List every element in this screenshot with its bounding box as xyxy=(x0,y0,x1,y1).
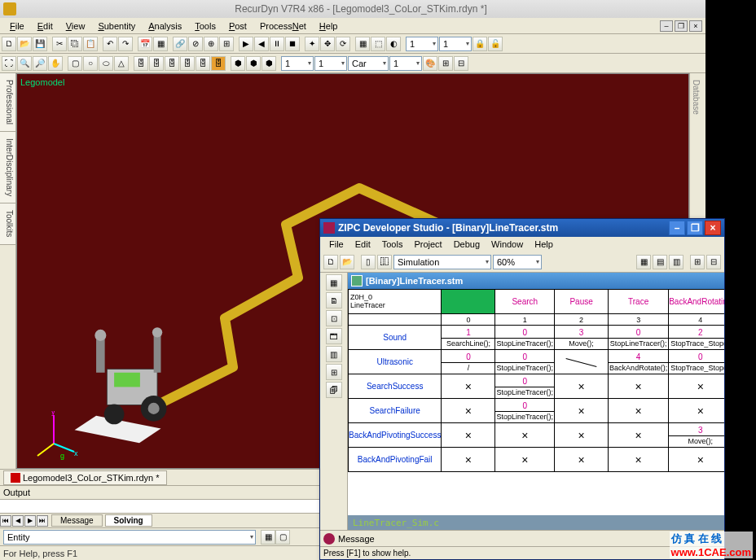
stm-row-header[interactable]: BackAndPivotingFail xyxy=(349,448,442,472)
stm-cell[interactable]: × xyxy=(442,448,495,472)
entity-combo[interactable]: Entity xyxy=(3,530,256,545)
zipc-zoom-combo[interactable]: 60% xyxy=(493,255,542,269)
stm-cell[interactable]: × xyxy=(442,399,495,423)
zoom-fit-icon[interactable]: ⛶ xyxy=(2,56,16,71)
zipc-menu-help[interactable]: Help xyxy=(529,238,559,250)
stm-sub-title-bar[interactable]: [Binary]LineTracer.stm xyxy=(348,273,724,289)
link-icon[interactable]: 🔗 xyxy=(173,37,187,51)
output-tab-solving[interactable]: Solving xyxy=(105,514,152,527)
play-icon[interactable]: ▶ xyxy=(239,37,253,51)
playrev-icon[interactable]: ◀ xyxy=(254,37,269,51)
entity-btn2-icon[interactable]: ▢ xyxy=(275,530,290,545)
stm-cell[interactable]: × xyxy=(609,374,669,399)
zipc-message-tab[interactable]: Message xyxy=(338,534,375,544)
side-tab-database[interactable]: Database xyxy=(690,73,702,121)
stm-cell[interactable]: × xyxy=(555,423,609,448)
shade-icon[interactable]: ◐ xyxy=(386,37,401,51)
new-icon[interactable]: 🗋 xyxy=(2,37,16,51)
stm-cell[interactable]: 0StopLineTracer(); xyxy=(495,326,555,350)
stm-row-header[interactable]: Ultrasonic xyxy=(349,350,442,374)
stm-cell[interactable]: 0StopTrace_Stop(); xyxy=(669,350,724,374)
child-restore-button[interactable]: ❐ xyxy=(675,20,688,32)
pause-icon[interactable]: ⏸ xyxy=(270,37,284,51)
cube3-icon[interactable]: ⬢ xyxy=(262,56,276,71)
child-close-button[interactable]: × xyxy=(689,20,702,32)
zipc-lt5-icon[interactable]: ▥ xyxy=(326,346,342,362)
zipc-lt1-icon[interactable]: ▦ xyxy=(326,274,342,291)
stm-cell[interactable]: × xyxy=(669,374,724,399)
zipc-tb3-icon[interactable]: ▥ xyxy=(669,255,683,269)
menu-post[interactable]: Post xyxy=(222,20,253,33)
stop-icon[interactable]: ⏹ xyxy=(285,37,300,51)
side-tab-toolkits[interactable]: Toolkits xyxy=(0,203,15,244)
stm-row-header[interactable]: SearchSuccess xyxy=(349,374,442,399)
menu-view[interactable]: View xyxy=(59,20,92,33)
sphere-icon[interactable]: ○ xyxy=(83,56,98,71)
zipc-lt4-icon[interactable]: 🗔 xyxy=(326,328,342,344)
menu-processnet[interactable]: ProcessNet xyxy=(253,20,313,33)
sim-source-tab[interactable]: LineTracer_Sim.c xyxy=(348,515,724,530)
stm-cell[interactable]: 0StopLineTracer(); xyxy=(495,399,555,423)
zipc-tb2-icon[interactable]: ▤ xyxy=(653,255,667,269)
zipc-menu-tools[interactable]: Tools xyxy=(376,238,409,250)
zipc-menu-window[interactable]: Window xyxy=(486,238,529,250)
child-minimize-button[interactable]: – xyxy=(660,20,673,32)
plot-icon[interactable]: ▦ xyxy=(153,37,168,51)
stm-cell[interactable]: × xyxy=(555,374,609,399)
cube1-icon[interactable]: ⬢ xyxy=(231,56,245,71)
menu-file[interactable]: File xyxy=(3,20,31,33)
box-icon[interactable]: ▢ xyxy=(68,56,82,71)
stm-cell[interactable]: 1SearchLine(); xyxy=(442,326,495,350)
undo-icon[interactable]: ↶ xyxy=(103,37,117,51)
unlink-icon[interactable]: ⊘ xyxy=(188,37,203,51)
db6-icon[interactable]: 🗄 xyxy=(211,56,226,71)
zipc-mode-combo[interactable]: Simulation xyxy=(393,255,491,269)
open-icon[interactable]: 📂 xyxy=(17,37,32,51)
stm-cell[interactable]: 0StopLineTracer(); xyxy=(495,350,555,374)
stm-cell[interactable] xyxy=(555,350,609,374)
stm-cell[interactable]: × xyxy=(442,374,495,399)
stm-row-header[interactable]: Sound xyxy=(349,326,442,350)
combo-4[interactable]: 1 xyxy=(314,56,347,71)
db3-icon[interactable]: 🗄 xyxy=(165,56,179,71)
stm-col-header[interactable]: BackAndRotating xyxy=(669,290,724,314)
grid-icon[interactable]: ⊞ xyxy=(219,37,234,51)
pan-icon[interactable]: ✋ xyxy=(48,56,63,71)
stm-row-header[interactable]: SearchFailure xyxy=(349,399,442,423)
wire-icon[interactable]: ⬚ xyxy=(371,37,385,51)
stm-col-header[interactable] xyxy=(442,290,495,314)
zipc-maximize-button[interactable]: ❐ xyxy=(687,221,703,235)
zipc-open-icon[interactable]: 📂 xyxy=(340,255,354,269)
grid2-icon[interactable]: ⊞ xyxy=(438,56,453,71)
stm-cell[interactable]: 0StopLineTracer(); xyxy=(609,326,669,350)
zipc-tb4-icon[interactable]: ⊞ xyxy=(690,255,705,269)
combo-2[interactable]: 1 xyxy=(439,37,472,51)
combo-6[interactable]: 1 xyxy=(389,56,422,71)
zipc-new-icon[interactable]: 🗋 xyxy=(323,255,338,269)
grid3-icon[interactable]: ⊟ xyxy=(454,56,468,71)
lock2-icon[interactable]: 🔓 xyxy=(488,37,503,51)
combo-1[interactable]: 1 xyxy=(406,37,438,51)
side-tab-interdisciplinary[interactable]: InterDisciplinary xyxy=(0,132,15,203)
stm-cell[interactable]: 4BackAndRotate(); xyxy=(609,350,669,374)
zipc-page-icon[interactable]: ▯ xyxy=(361,255,376,269)
target-icon[interactable]: ⊕ xyxy=(204,37,218,51)
rotate-icon[interactable]: ⟳ xyxy=(336,37,350,51)
stm-cell[interactable]: × xyxy=(609,399,669,423)
zipc-layout-icon[interactable]: ⿲ xyxy=(377,255,392,269)
stm-cell[interactable]: 0StopLineTracer(); xyxy=(495,374,555,399)
save-icon[interactable]: 💾 xyxy=(33,37,47,51)
cube2-icon[interactable]: ⬢ xyxy=(246,56,261,71)
side-tab-professional[interactable]: Professional xyxy=(0,73,15,132)
menu-help[interactable]: Help xyxy=(313,20,345,33)
zipc-menu-debug[interactable]: Debug xyxy=(448,238,486,250)
nav-first-icon[interactable]: ⏮ xyxy=(0,515,11,527)
zipc-tb5-icon[interactable]: ⊟ xyxy=(706,255,721,269)
stm-cell[interactable]: × xyxy=(555,399,609,423)
entity-btn1-icon[interactable]: ▦ xyxy=(261,530,275,545)
nav-last-icon[interactable]: ⏭ xyxy=(37,515,48,527)
menu-tools[interactable]: Tools xyxy=(188,20,222,33)
nav-prev-icon[interactable]: ◀ xyxy=(12,515,24,527)
stm-cell[interactable]: × xyxy=(442,423,495,448)
db2-icon[interactable]: 🗄 xyxy=(149,56,164,71)
